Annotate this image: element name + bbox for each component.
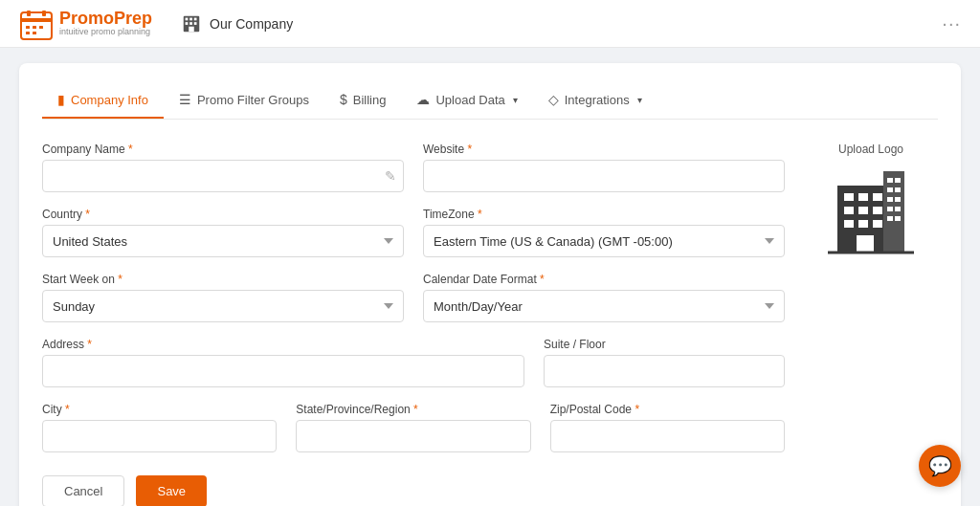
tab-company-info[interactable]: ▮ Company Info <box>42 82 164 119</box>
zip-input[interactable] <box>550 420 785 452</box>
svg-rect-35 <box>887 207 893 211</box>
group-state: State/Province/Region * <box>296 403 530 452</box>
settings-card: ▮ Company Info ☰ Promo Filter Groups $ B… <box>19 63 961 506</box>
svg-rect-10 <box>186 17 189 20</box>
tab-promo-filter-groups[interactable]: ☰ Promo Filter Groups <box>164 82 324 119</box>
upload-data-icon: ☁ <box>416 92 430 107</box>
svg-rect-20 <box>873 193 882 201</box>
company-name-input-wrap: ✎ <box>42 160 404 192</box>
start-week-label: Start Week on * <box>42 273 404 286</box>
promo-filter-icon: ☰ <box>179 92 191 107</box>
svg-rect-33 <box>887 197 893 202</box>
upload-logo-preview[interactable] <box>823 164 919 259</box>
cancel-button[interactable]: Cancel <box>42 475 124 506</box>
group-timezone: TimeZone * Eastern Time (US & Canada) (G… <box>423 208 785 257</box>
country-select[interactable]: United States Canada United Kingdom Aust… <box>42 225 404 257</box>
group-city: City * <box>42 403 277 452</box>
group-calendar-date-format: Calendar Date Format * Month/Day/Year Da… <box>423 273 785 322</box>
chat-bubble[interactable]: 💬 <box>919 445 961 487</box>
svg-rect-14 <box>189 22 192 25</box>
svg-rect-19 <box>858 193 868 201</box>
svg-rect-22 <box>858 207 868 214</box>
suite-floor-label: Suite / Floor <box>544 338 785 351</box>
svg-rect-7 <box>26 32 30 34</box>
calendar-date-format-label: Calendar Date Format * <box>423 273 785 286</box>
tab-upload-data[interactable]: ☁ Upload Data ▾ <box>401 82 532 119</box>
billing-icon: $ <box>340 92 347 107</box>
svg-rect-12 <box>194 17 197 20</box>
state-label: State/Province/Region * <box>296 403 530 416</box>
building-header-icon <box>181 13 202 34</box>
group-company-name: Company Name * ✎ <box>42 143 404 192</box>
svg-rect-27 <box>857 235 874 253</box>
website-label: Website * <box>423 143 785 156</box>
svg-rect-5 <box>33 26 36 29</box>
suite-floor-input[interactable] <box>544 355 785 387</box>
company-name-input[interactable] <box>42 160 404 192</box>
svg-rect-11 <box>189 17 192 20</box>
zip-label: Zip/Postal Code * <box>550 403 785 416</box>
header-company-name: Our Company <box>210 16 293 32</box>
header-company: Our Company <box>181 13 293 34</box>
svg-rect-38 <box>895 216 901 221</box>
svg-rect-32 <box>895 187 901 192</box>
tab-bar: ▮ Company Info ☰ Promo Filter Groups $ B… <box>42 82 938 120</box>
state-input[interactable] <box>296 420 530 452</box>
group-country: Country * United States Canada United Ki… <box>42 208 404 257</box>
svg-rect-0 <box>21 12 52 39</box>
svg-rect-31 <box>887 187 893 192</box>
row-company-website: Company Name * ✎ Website * <box>42 143 785 192</box>
city-label: City * <box>42 403 277 416</box>
svg-rect-34 <box>895 197 901 202</box>
country-label: Country * <box>42 208 404 221</box>
timezone-label: TimeZone * <box>423 208 785 221</box>
city-input[interactable] <box>42 420 277 452</box>
tab-integrations[interactable]: ◇ Integrations ▾ <box>533 82 657 119</box>
form-area: Company Name * ✎ Website * <box>42 143 938 506</box>
svg-rect-26 <box>873 220 882 228</box>
timezone-select[interactable]: Eastern Time (US & Canada) (GMT -05:00) … <box>423 225 785 257</box>
upload-logo-area: Upload Logo <box>804 143 938 506</box>
group-suite-floor: Suite / Floor <box>544 338 785 387</box>
svg-rect-25 <box>858 220 868 228</box>
svg-rect-16 <box>189 26 194 32</box>
address-label: Address * <box>42 338 524 351</box>
calendar-date-format-select[interactable]: Month/Day/Year Day/Month/Year Year/Month… <box>423 290 785 322</box>
tab-billing[interactable]: $ Billing <box>324 82 401 119</box>
row-address-suite: Address * Suite / Floor <box>42 338 785 387</box>
integrations-chevron: ▾ <box>637 95 642 105</box>
header-dots-menu[interactable]: ··· <box>942 12 961 34</box>
building-logo-icon <box>828 166 914 257</box>
start-week-select[interactable]: Sunday Monday <box>42 290 404 322</box>
save-button[interactable]: Save <box>136 475 207 506</box>
form-fields: Company Name * ✎ Website * <box>42 143 785 506</box>
company-name-label: Company Name * <box>42 143 404 156</box>
row-city-state-zip: City * State/Province/Region * Zip/Posta… <box>42 403 785 452</box>
svg-rect-21 <box>844 207 854 214</box>
logo-area: PromoPrep intuitive promo planning <box>19 7 152 41</box>
svg-rect-6 <box>39 26 43 29</box>
chat-icon: 💬 <box>928 454 952 477</box>
svg-rect-29 <box>887 178 893 183</box>
row-country-timezone: Country * United States Canada United Ki… <box>42 208 785 257</box>
app-header: PromoPrep intuitive promo planning Our C… <box>0 0 980 48</box>
svg-rect-8 <box>33 32 36 34</box>
svg-rect-28 <box>883 171 904 253</box>
svg-rect-2 <box>27 11 31 16</box>
svg-rect-24 <box>844 220 854 228</box>
group-address: Address * <box>42 338 524 387</box>
integrations-icon: ◇ <box>548 92 559 107</box>
app-logo-title: PromoPrep <box>59 10 152 27</box>
svg-rect-36 <box>895 207 901 211</box>
svg-rect-37 <box>887 216 893 221</box>
logo-icon <box>19 7 54 41</box>
address-input[interactable] <box>42 355 524 387</box>
svg-rect-1 <box>21 18 52 22</box>
svg-rect-13 <box>186 22 189 25</box>
main-wrapper: ▮ Company Info ☰ Promo Filter Groups $ B… <box>0 48 980 506</box>
svg-rect-4 <box>26 26 30 29</box>
website-input[interactable] <box>423 160 785 192</box>
row-startweek-dateformat: Start Week on * Sunday Monday Calendar D… <box>42 273 785 322</box>
company-info-icon: ▮ <box>57 92 65 107</box>
upload-logo-label: Upload Logo <box>838 143 903 156</box>
